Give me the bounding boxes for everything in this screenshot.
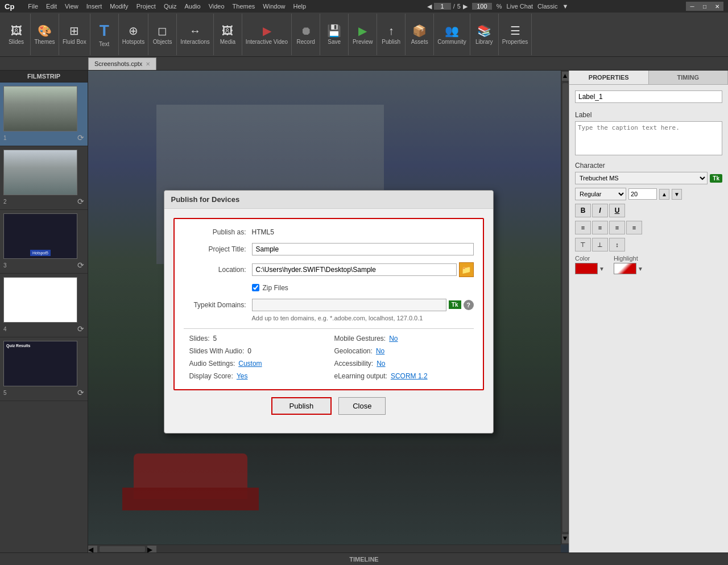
dialog-footer: Publish Close — [173, 390, 484, 424]
properties-icon: ☰ — [510, 24, 520, 38]
font-family-select[interactable]: Trebuchet MS — [575, 172, 708, 184]
mobile-gestures-value[interactable]: No — [389, 335, 398, 343]
menu-project[interactable]: Project — [133, 2, 159, 11]
highlight-swatch[interactable] — [614, 263, 636, 274]
menu-help[interactable]: Help — [289, 2, 309, 11]
align-top-button[interactable]: ⊤ — [575, 238, 591, 251]
align-bottom-button[interactable]: ↕ — [609, 238, 625, 251]
align-buttons-2: ⊤ ⊥ ↕ — [575, 238, 722, 251]
menu-view[interactable]: View — [61, 2, 82, 11]
nav-next-icon[interactable]: ▶ — [463, 3, 468, 10]
nav-total: 5 — [457, 3, 461, 10]
tab-properties[interactable]: PROPERTIES — [569, 71, 649, 84]
toolbar-interactive-video[interactable]: ▶ Interactive Video — [242, 14, 292, 55]
filmstrip-slide-2[interactable]: 2 ⟳ — [0, 146, 88, 210]
menu-audio[interactable]: Audio — [181, 2, 204, 11]
toolbar-preview[interactable]: ▶ Preview — [349, 14, 377, 55]
color-arrow-icon[interactable]: ▼ — [599, 266, 605, 272]
stats-grid: Slides: 5 Mobile Gestures: No Slides Wit… — [184, 335, 474, 380]
accessibility-value[interactable]: No — [377, 360, 385, 368]
filmstrip-slide-1[interactable]: 1 ⟳ — [0, 83, 88, 146]
bold-button[interactable]: B — [575, 204, 591, 217]
filmstrip-slide-4[interactable]: 4 ⟳ — [0, 274, 88, 337]
menu-edit[interactable]: Edit — [43, 2, 60, 11]
align-middle-button[interactable]: ⊥ — [592, 238, 608, 251]
toolbar-publish[interactable]: ↑ Publish — [377, 14, 406, 55]
font-style-select[interactable]: Regular — [575, 188, 626, 200]
typekit-input[interactable] — [252, 299, 446, 311]
toolbar-community[interactable]: 👥 Community — [434, 14, 470, 55]
toolbar-objects[interactable]: ◻ Objects — [148, 14, 177, 55]
tab-close-icon[interactable]: ✕ — [146, 61, 150, 67]
dialog-divider — [184, 328, 474, 329]
menu-themes[interactable]: Themes — [229, 2, 259, 11]
font-size-down-button[interactable]: ▼ — [672, 189, 682, 200]
menu-window[interactable]: Window — [259, 2, 288, 11]
color-swatch[interactable] — [575, 263, 598, 274]
geolocation-label: Geolocation: — [334, 347, 373, 355]
slide-5-thumb: Quiz Results — [3, 341, 77, 386]
align-center-button[interactable]: ≡ — [592, 221, 608, 234]
italic-button[interactable]: I — [592, 204, 608, 217]
menu-modify[interactable]: Modify — [106, 2, 131, 11]
close-button[interactable]: ✕ — [711, 2, 723, 11]
filmstrip-slide-3[interactable]: Hotspot5 3 ⟳ — [0, 210, 88, 274]
minimize-button[interactable]: ─ — [686, 2, 698, 11]
geolocation-value[interactable]: No — [376, 347, 384, 355]
color-swatch-container: ▼ — [575, 263, 605, 274]
menu-insert[interactable]: Insert — [83, 2, 106, 11]
zoom-input[interactable]: 100 — [472, 3, 492, 10]
toolbar-text[interactable]: T Text — [90, 14, 119, 55]
slides-audio-label: Slides With Audio: — [189, 347, 245, 355]
font-size-input[interactable] — [628, 188, 657, 200]
toolbar-record[interactable]: ⏺ Record — [292, 14, 320, 55]
toolbar-media[interactable]: 🖼 Media — [214, 14, 242, 55]
current-slide-input[interactable]: 1 — [434, 3, 451, 10]
dialog-publish-button[interactable]: Publish — [271, 397, 332, 415]
audio-settings-value[interactable]: Custom — [238, 360, 262, 368]
toolbar-themes[interactable]: 🎨 Themes — [31, 14, 59, 55]
dialog-close-button[interactable]: Close — [338, 397, 386, 415]
tab-screenshots[interactable]: Screenshots.cptx ✕ — [88, 57, 156, 70]
align-justify-button[interactable]: ≡ — [626, 221, 642, 234]
location-input[interactable] — [252, 263, 457, 276]
display-score-value[interactable]: Yes — [237, 372, 248, 380]
menu-quiz[interactable]: Quiz — [160, 2, 180, 11]
toolbar-properties[interactable]: ☰ Properties — [499, 14, 532, 55]
slide-1-thumb — [3, 86, 77, 131]
slide-3-thumb: Hotspot5 — [3, 213, 77, 259]
underline-button[interactable]: U — [609, 204, 625, 217]
maximize-button[interactable]: □ — [698, 2, 711, 11]
label-name-input[interactable] — [575, 90, 722, 103]
elearning-value[interactable]: SCORM 1.2 — [391, 372, 428, 380]
project-title-input[interactable] — [252, 243, 474, 255]
font-row: Trebuchet MS Tk — [575, 172, 722, 184]
font-size-up-button[interactable]: ▲ — [659, 189, 669, 200]
dialog-inner-box: Publish as: HTML5 Project Title: Locatio… — [173, 218, 484, 390]
toolbar-slides[interactable]: 🖼 Slides — [2, 14, 31, 55]
menu-file[interactable]: File — [24, 2, 42, 11]
highlight-arrow-icon[interactable]: ▼ — [638, 266, 643, 272]
align-right-button[interactable]: ≡ — [609, 221, 625, 234]
nav-prev-icon[interactable]: ◀ — [427, 3, 432, 10]
timeline-label: TIMELINE — [349, 556, 378, 563]
nav-separator: / — [453, 3, 455, 10]
toolbar-assets[interactable]: 📦 Assets — [406, 14, 434, 55]
toolbar-save[interactable]: 💾 Save — [320, 14, 349, 55]
interactions-label: Interactions — [180, 39, 210, 45]
typekit-help-button[interactable]: ? — [464, 300, 474, 310]
toolbar-hotspots[interactable]: ⊕ Hotspots — [119, 14, 148, 55]
filmstrip-slide-5[interactable]: Quiz Results 5 ⟳ — [0, 337, 88, 401]
toolbar-fluid-box[interactable]: ⊞ Fluid Box — [59, 14, 90, 55]
label-caption-textarea[interactable] — [575, 121, 722, 155]
preview-label: Preview — [353, 39, 373, 45]
zip-files-checkbox[interactable] — [252, 284, 259, 291]
menu-video[interactable]: Video — [205, 2, 228, 11]
toolbar-library[interactable]: 📚 Library — [470, 14, 499, 55]
align-left-button[interactable]: ≡ — [575, 221, 591, 234]
toolbar-interactions[interactable]: ↔ Interactions — [177, 14, 214, 55]
tabbar: Screenshots.cptx ✕ — [0, 57, 728, 71]
window-mode-arrow[interactable]: ▼ — [562, 3, 569, 10]
folder-browse-button[interactable]: 📁 — [459, 262, 474, 277]
tab-timing[interactable]: TIMING — [649, 71, 729, 84]
